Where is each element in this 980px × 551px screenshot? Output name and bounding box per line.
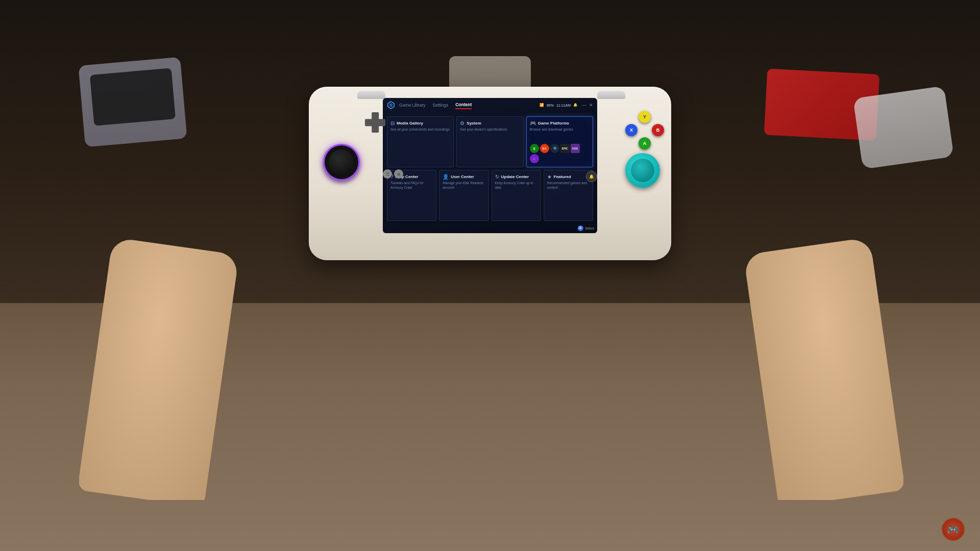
platform-other: ○ bbox=[530, 154, 539, 163]
tile-game-platforms[interactable]: 🎮 Game Platforms Browse and download gam… bbox=[526, 116, 593, 167]
game-platforms-title: Game Platforms bbox=[538, 121, 569, 126]
media-gallery-desc: See all your screenshots and recordings bbox=[390, 128, 450, 163]
status-bar: 📶 89% 11:11AM 🔔 bbox=[540, 103, 578, 107]
featured-desc: Recommended games and content bbox=[547, 181, 590, 217]
battery-status: 89% bbox=[547, 104, 554, 107]
view-button[interactable]: ⊞ bbox=[394, 169, 403, 179]
tile-system[interactable]: ⚙ System See your device's specification… bbox=[456, 116, 523, 167]
bottom-bar: R Select bbox=[383, 223, 597, 233]
y-button[interactable]: Y bbox=[639, 111, 651, 123]
a-button[interactable]: A bbox=[639, 137, 651, 149]
armoury-logo-icon bbox=[387, 101, 395, 109]
platform-steam: ⚙ bbox=[550, 144, 559, 153]
notification-icon: 🔔 bbox=[573, 103, 578, 107]
title-bar: Game Library Settings Content 📶 89% 11:1… bbox=[383, 98, 597, 112]
game-platforms-icon: 🎮 bbox=[530, 120, 536, 126]
menu-button[interactable]: ☰ bbox=[383, 169, 392, 179]
nav-settings[interactable]: Settings bbox=[433, 102, 449, 109]
system-title: System bbox=[467, 121, 481, 126]
right-bumper bbox=[597, 91, 625, 99]
platform-gog: GOG bbox=[571, 144, 580, 153]
user-center-desc: Manage your Elite Rewards account bbox=[443, 181, 485, 217]
nav-bar: Game Library Settings Content bbox=[399, 101, 472, 109]
left-hand-shape bbox=[79, 237, 237, 500]
dpad-vertical bbox=[372, 112, 379, 133]
face-buttons: Y X B A bbox=[624, 110, 665, 151]
featured-icon: ★ bbox=[547, 174, 552, 180]
armoury-crate-ui: Game Library Settings Content 📶 89% 11:1… bbox=[383, 98, 597, 233]
nav-game-library[interactable]: Game Library bbox=[399, 102, 426, 109]
b-button[interactable]: B bbox=[652, 124, 664, 136]
left-joystick[interactable] bbox=[323, 144, 360, 181]
user-avatar: 🎮 bbox=[942, 518, 965, 541]
minimize-button[interactable]: — bbox=[582, 103, 586, 108]
dpad[interactable] bbox=[365, 112, 385, 133]
tile-media-gallery[interactable]: ⊟ Media Gallery See all your screenshots… bbox=[387, 116, 454, 167]
x-button[interactable]: X bbox=[625, 124, 638, 136]
system-desc: See your device's specifications bbox=[460, 128, 520, 163]
featured-title: Featured bbox=[554, 174, 571, 179]
system-icon: ⚙ bbox=[460, 120, 464, 126]
tile-update-center[interactable]: ↻ Update Center Keep Armoury Crate up to… bbox=[492, 170, 541, 221]
select-label: Select bbox=[585, 227, 594, 230]
update-center-title: Update Center bbox=[501, 174, 529, 179]
media-gallery-icon: ⊟ bbox=[390, 120, 395, 126]
user-center-icon: 👤 bbox=[443, 174, 449, 180]
avatar-icon: 🎮 bbox=[947, 523, 960, 536]
update-center-desc: Keep Armoury Crate up to date bbox=[495, 181, 537, 217]
platform-icons: X EA ⚙ EPIC GOG ○ bbox=[530, 144, 590, 163]
center-buttons: ☰ ⊞ bbox=[383, 169, 403, 179]
platform-xbox: X bbox=[530, 144, 539, 153]
help-center-desc: Tutorials and FAQs for Armoury Crate bbox=[390, 181, 433, 217]
wifi-icon: 📶 bbox=[540, 103, 544, 107]
game-platforms-desc: Browse and download games bbox=[530, 128, 590, 141]
tiles-row-2: ? Help Center Tutorials and FAQs for Arm… bbox=[387, 170, 593, 221]
nav-content[interactable]: Content bbox=[455, 101, 472, 109]
select-hint: R Select bbox=[578, 226, 594, 231]
window-controls: — ✕ bbox=[582, 103, 593, 108]
tiles-row-1: ⊟ Media Gallery See all your screenshots… bbox=[387, 116, 593, 167]
asus-rog-ally-device: Game Library Settings Content 📶 89% 11:1… bbox=[309, 87, 671, 260]
right-hand bbox=[745, 219, 903, 500]
right-joystick[interactable] bbox=[625, 153, 660, 188]
user-center-title: User Center bbox=[451, 174, 474, 179]
left-controls bbox=[365, 112, 385, 133]
left-bumper bbox=[357, 91, 385, 99]
platform-epic: EPIC bbox=[560, 144, 570, 153]
notification-button[interactable]: 🔔 bbox=[586, 171, 597, 182]
platform-ea: EA bbox=[540, 144, 549, 153]
right-joystick-cap bbox=[631, 159, 654, 182]
right-hand-shape bbox=[745, 237, 903, 500]
content-area: ⊟ Media Gallery See all your screenshots… bbox=[383, 112, 597, 223]
clock: 11:11AM bbox=[556, 104, 571, 107]
device-screen: Game Library Settings Content 📶 89% 11:1… bbox=[383, 98, 597, 233]
tile-user-center[interactable]: 👤 User Center Manage your Elite Rewards … bbox=[439, 170, 488, 221]
left-hand bbox=[79, 219, 237, 500]
r-button-badge: R bbox=[578, 226, 583, 231]
media-gallery-title: Media Gallery bbox=[397, 121, 423, 126]
close-button[interactable]: ✕ bbox=[589, 103, 593, 108]
r-label: R bbox=[579, 227, 581, 230]
update-center-icon: ↻ bbox=[495, 174, 499, 180]
left-joystick-cap bbox=[329, 149, 354, 175]
